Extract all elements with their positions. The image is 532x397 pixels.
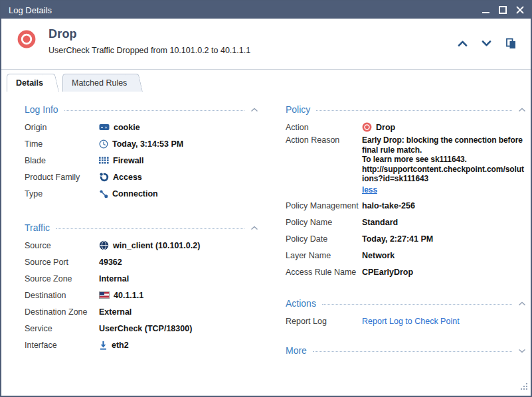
dotted-separator: [322, 304, 512, 305]
field-label: Action Reason: [286, 135, 362, 145]
us-flag-icon: [99, 291, 110, 299]
field-label: Policy Management: [286, 201, 362, 210]
field-value: Access: [99, 172, 142, 182]
field-value: Connection: [99, 189, 158, 198]
action-reason-text: Early Drop: blocking the connection befo…: [362, 135, 526, 195]
field-value: Internal: [99, 274, 129, 283]
field-value: Drop: [362, 122, 395, 132]
field-label: Report Log: [286, 317, 362, 326]
header-text: Drop UserCheck Traffic Dropped from 10.1…: [48, 27, 250, 55]
field-row-policy-management: Policy Management halo-take-256: [286, 197, 526, 214]
field-row-type: Type Connection: [25, 185, 258, 202]
field-label: Time: [25, 139, 99, 149]
previous-log-button[interactable]: [458, 40, 468, 46]
field-row-access-rule-name: Access Rule Name CPEarlyDrop: [286, 264, 526, 280]
less-link[interactable]: less: [362, 185, 377, 195]
field-value: Today, 2:27:41 PM: [362, 234, 433, 244]
resize-grip[interactable]: [519, 381, 528, 393]
report-log-link[interactable]: Report Log to Check Point: [362, 317, 460, 326]
copy-icon: [505, 38, 516, 49]
field-label: Destination: [25, 291, 99, 300]
log-summary: UserCheck Traffic Dropped from 10.101.0.…: [48, 46, 250, 55]
right-column: Policy Action Drop Action Reason: [286, 104, 526, 396]
field-label: Policy Name: [286, 218, 362, 227]
field-row-source: Source win_client (10.101.0.2): [25, 237, 258, 254]
details-panel: Log Info Origin cookie Time: [1, 92, 531, 396]
section-title: More: [286, 345, 307, 356]
connection-icon: [99, 189, 108, 198]
field-row-action: Action Drop: [286, 119, 526, 135]
policy-header: Policy: [286, 104, 526, 115]
field-label: Policy Date: [286, 234, 362, 244]
close-icon: [516, 6, 524, 14]
field-row-source-zone: Source Zone Internal: [25, 270, 258, 287]
field-label: Access Rule Name: [286, 268, 362, 277]
log-header: Drop UserCheck Traffic Dropped from 10.1…: [1, 19, 531, 70]
field-row-service: Service UserCheck (TCP/18300): [25, 320, 258, 337]
field-row-action-reason: Action Reason Early Drop: blocking the c…: [286, 135, 526, 195]
close-button[interactable]: [514, 3, 526, 17]
actions-header: Actions: [286, 297, 526, 309]
more-header: More: [286, 345, 526, 356]
header-actions: [458, 38, 520, 49]
field-label: Source Port: [25, 258, 99, 267]
field-value: cookie: [99, 123, 140, 132]
resize-grip-icon: [519, 382, 528, 390]
field-row-destination-zone: Destination Zone External: [25, 303, 258, 320]
interface-down-arrow-icon: [99, 341, 108, 350]
field-row-layer-name: Layer Name Network: [286, 247, 526, 264]
field-row-destination: Destination 40.1.1.1: [25, 287, 258, 303]
field-value: UserCheck (TCP/18300): [99, 324, 192, 333]
field-label: Source Zone: [25, 274, 99, 283]
section-title: Traffic: [25, 222, 50, 233]
minimize-icon: [482, 7, 489, 14]
field-row-policy-date: Policy Date Today, 2:27:41 PM: [286, 230, 526, 247]
gateway-icon: [99, 123, 110, 131]
field-row-product-family: Product Family Access: [25, 169, 258, 185]
tab-bar: Details Matched Rules: [1, 70, 531, 92]
field-value: win_client (10.101.0.2): [99, 240, 200, 250]
field-value: Today, 3:14:53 PM: [99, 139, 183, 149]
collapse-chevron-icon[interactable]: [250, 108, 258, 112]
maximize-icon: [499, 6, 507, 14]
minimize-button[interactable]: [480, 3, 491, 17]
collapse-chevron-icon[interactable]: [518, 108, 526, 112]
drop-badge-icon: [17, 30, 36, 51]
dotted-separator: [56, 228, 244, 229]
tab-matched-rules-label: Matched Rules: [72, 78, 127, 88]
access-icon: [99, 172, 109, 182]
window-controls: [480, 3, 531, 17]
field-label: Product Family: [25, 173, 99, 182]
chevron-down-icon: [482, 40, 491, 46]
section-title: Policy: [286, 104, 310, 115]
field-label: Action: [286, 123, 362, 132]
section-traffic: Traffic Source win_client (10.101.0.2) S…: [25, 222, 258, 353]
tab-matched-rules[interactable]: Matched Rules: [62, 74, 144, 92]
field-label: Origin: [25, 123, 99, 132]
field-row-blade: Blade Firewall: [25, 152, 258, 169]
field-label: Destination Zone: [25, 307, 99, 317]
collapse-chevron-icon[interactable]: [518, 301, 526, 306]
field-label: Type: [25, 189, 99, 198]
expand-chevron-icon[interactable]: [518, 349, 526, 353]
field-value: 49362: [99, 258, 122, 267]
copy-button[interactable]: [505, 38, 516, 49]
tab-details[interactable]: Details: [7, 74, 60, 92]
field-label: Interface: [25, 341, 99, 350]
next-log-button[interactable]: [482, 40, 491, 46]
section-actions: Actions Report Log Report Log to Check P…: [286, 297, 526, 329]
field-value: CPEarlyDrop: [362, 268, 413, 277]
chevron-up-icon: [458, 40, 468, 46]
maximize-button[interactable]: [497, 3, 509, 17]
field-row-time: Time Today, 3:14:53 PM: [25, 135, 258, 152]
field-value: Firewall: [99, 156, 144, 165]
field-row-interface: Interface eth2: [25, 337, 258, 353]
field-value: External: [99, 307, 132, 317]
tab-details-label: Details: [16, 78, 43, 88]
field-row-policy-name: Policy Name Standard: [286, 214, 526, 230]
collapse-chevron-icon[interactable]: [250, 226, 258, 230]
drop-action-icon: [362, 122, 372, 132]
field-value: Network: [362, 251, 395, 260]
section-more: More: [286, 345, 526, 356]
field-label: Blade: [25, 156, 99, 165]
